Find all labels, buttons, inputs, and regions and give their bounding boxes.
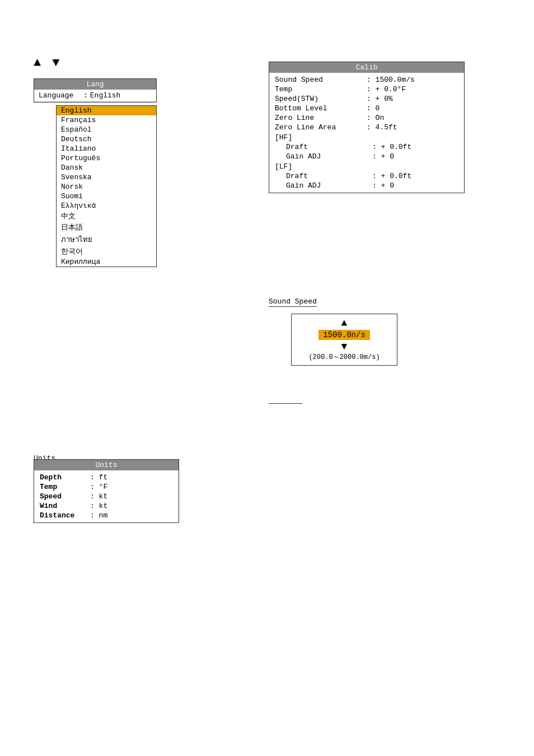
units-value-depth: : ft: [90, 473, 173, 482]
calib-row-sound-speed: Sound Speed : 1500.0m/s: [275, 75, 458, 85]
calib-value-sound-speed: : 1500.0m/s: [367, 76, 458, 84]
decorative-underline-2: [269, 403, 302, 404]
calib-row-speed-stw: Speed(STW) : + 0%: [275, 94, 458, 104]
calib-body: Sound Speed : 1500.0m/s Temp : + 0.0°F S…: [269, 73, 464, 193]
list-item[interactable]: Français: [57, 115, 156, 125]
arrow-controls: ▲ ▼: [34, 56, 59, 70]
down-arrow-icon[interactable]: ▼: [52, 56, 59, 70]
calib-label-speed-stw: Speed(STW): [275, 95, 367, 103]
calib-label-hf-draft: Draft: [286, 143, 372, 151]
lang-value: English: [90, 91, 121, 100]
calib-row-lf-gain: Gain ADJ : + 0: [275, 181, 458, 190]
calib-value-zero-line-area: : 4.5ft: [367, 123, 458, 132]
calib-value-temp: : + 0.0°F: [367, 85, 458, 94]
list-item[interactable]: Italiano: [57, 144, 156, 153]
list-item[interactable]: Dansk: [57, 163, 156, 172]
list-item[interactable]: Ελληνικά: [57, 201, 156, 211]
speed-current-value: 1500.0n/s: [318, 330, 370, 340]
units-panel: Units Depth : ft Temp : °F Speed : kt Wi…: [34, 459, 179, 523]
units-label-wind: Wind: [40, 502, 90, 510]
units-label-temp: Temp: [40, 483, 90, 491]
lang-panel-row: Language : English: [34, 90, 156, 102]
lang-panel-header: Lang: [34, 79, 156, 90]
list-item[interactable]: English: [57, 106, 156, 115]
calib-label-sound-speed: Sound Speed: [275, 76, 367, 84]
calib-value-hf-gain: : + 0: [372, 152, 458, 161]
units-value-temp: : °F: [90, 483, 173, 491]
language-list: English Français Español Deutsch Italian…: [56, 105, 157, 267]
calib-label-lf-draft: Draft: [286, 172, 372, 180]
units-label-speed: Speed: [40, 492, 90, 501]
calib-value-bottom-level: : 0: [367, 104, 458, 113]
calib-hf-section: [HF]: [275, 132, 458, 142]
units-value-wind: : kt: [90, 502, 173, 510]
calib-row-hf-draft: Draft : + 0.0ft: [275, 142, 458, 152]
units-row-depth: Depth : ft: [40, 473, 173, 482]
calib-label-temp: Temp: [275, 85, 367, 94]
list-item[interactable]: 中文: [57, 211, 156, 222]
calib-value-zero-line: : On: [367, 114, 458, 122]
list-item[interactable]: 한국어: [57, 246, 156, 257]
sound-speed-text: Sound Speed: [269, 297, 317, 307]
calib-label-zero-line: Zero Line: [275, 114, 367, 122]
units-row-wind: Wind : kt: [40, 501, 173, 511]
calib-panel: Calib Sound Speed : 1500.0m/s Temp : + 0…: [269, 62, 465, 193]
list-item[interactable]: Português: [57, 153, 156, 163]
units-value-speed: : kt: [90, 492, 173, 501]
calib-lf-section: [LF]: [275, 161, 458, 171]
calib-value-speed-stw: : + 0%: [367, 95, 458, 103]
calib-value-hf-draft: : + 0.0ft: [372, 143, 458, 151]
calib-row-lf-draft: Draft : + 0.0ft: [275, 171, 458, 181]
lang-colon: :: [83, 91, 88, 100]
speed-range-text: (200.0～2000.0m/s): [297, 352, 391, 362]
calib-label-bottom-level: Bottom Level: [275, 104, 367, 113]
calib-label-zero-line-area: Zero Line Area: [275, 123, 367, 132]
calib-value-lf-draft: : + 0.0ft: [372, 172, 458, 180]
units-row-distance: Distance : nm: [40, 511, 173, 520]
lang-label: Language: [39, 91, 83, 100]
speed-up-arrow[interactable]: ▲: [297, 318, 391, 329]
sound-speed-section-label: Sound Speed: [269, 297, 317, 306]
list-item[interactable]: ภาษาไทย: [57, 233, 156, 246]
list-item[interactable]: 日本語: [57, 222, 156, 233]
list-item[interactable]: Suomi: [57, 192, 156, 201]
calib-panel-header: Calib: [269, 62, 464, 73]
units-label-distance: Distance: [40, 511, 90, 520]
list-item[interactable]: Deutsch: [57, 134, 156, 144]
speed-down-arrow[interactable]: ▼: [297, 341, 391, 352]
list-item[interactable]: Svenska: [57, 172, 156, 182]
calib-label-hf-gain: Gain ADJ: [286, 152, 372, 161]
calib-row-bottom-level: Bottom Level : 0: [275, 104, 458, 113]
calib-row-zero-line: Zero Line : On: [275, 113, 458, 123]
list-item[interactable]: Norsk: [57, 182, 156, 192]
units-row-speed: Speed : kt: [40, 492, 173, 501]
lang-panel: Lang Language : English: [34, 78, 157, 102]
units-value-distance: : nm: [90, 511, 173, 520]
units-body: Depth : ft Temp : °F Speed : kt Wind : k…: [34, 470, 179, 522]
calib-row-temp: Temp : + 0.0°F: [275, 85, 458, 94]
list-item[interactable]: Кириллица: [57, 257, 156, 267]
units-panel-header: Units: [34, 460, 179, 470]
up-arrow-icon[interactable]: ▲: [34, 56, 41, 70]
calib-label-lf-gain: Gain ADJ: [286, 181, 372, 190]
calib-row-zero-line-area: Zero Line Area : 4.5ft: [275, 123, 458, 132]
calib-value-lf-gain: : + 0: [372, 181, 458, 190]
list-item[interactable]: Español: [57, 125, 156, 134]
calib-row-hf-gain: Gain ADJ : + 0: [275, 152, 458, 161]
speed-adjuster-box: ▲ 1500.0n/s ▼ (200.0～2000.0m/s): [291, 314, 397, 366]
units-row-temp: Temp : °F: [40, 482, 173, 492]
units-label-depth: Depth: [40, 473, 90, 482]
